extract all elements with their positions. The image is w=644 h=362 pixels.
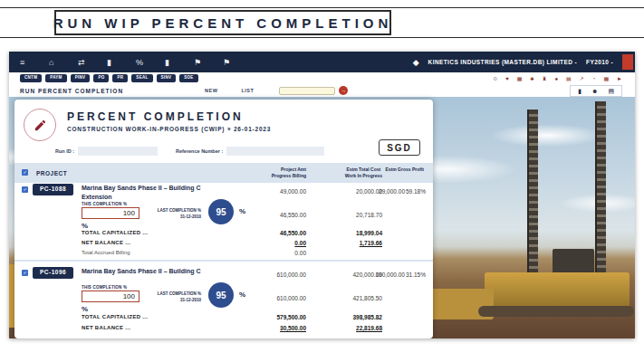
calendar-icon[interactable]: ▦ bbox=[603, 75, 609, 81]
gross-profit-amount: 190,000.00 bbox=[375, 272, 405, 278]
link-icon[interactable]: % bbox=[136, 58, 165, 67]
bookmark-icon[interactable]: ▮ bbox=[107, 58, 136, 67]
flag-icon-2[interactable]: ⚑ bbox=[223, 58, 252, 67]
shortcut-cntm[interactable]: CNTM bbox=[20, 74, 42, 82]
total-capitalized-label: TOTAL CAPITALIZED ... bbox=[82, 230, 148, 235]
net-balance-cost[interactable]: 1,719.66 bbox=[360, 240, 382, 246]
gross-profit-percent: 31.15% bbox=[406, 272, 426, 278]
row-checkbox[interactable]: ✓ bbox=[22, 270, 28, 276]
run-page-title: RUN PERCENT COMPLETION bbox=[20, 88, 123, 94]
project-name: Marina Bay Sands Phase II – Building C E… bbox=[82, 184, 225, 202]
percent-sign: % bbox=[82, 222, 88, 230]
chart-icon[interactable]: ↗ bbox=[580, 75, 584, 81]
last-completion-label: LAST COMPLETION %31-12-2010 bbox=[139, 207, 201, 220]
reference-number-field: Reference Number : bbox=[176, 147, 324, 156]
fiscal-year-selector[interactable]: FY2010 - bbox=[586, 59, 613, 65]
shortcut-po[interactable]: PO bbox=[93, 74, 109, 82]
factory-icon[interactable]: ♜ bbox=[542, 75, 546, 81]
total-capitalized-cost: 18,999.04 bbox=[356, 230, 382, 236]
column-header-gross-profit: Estm Gross Profit bbox=[385, 167, 424, 173]
this-completion-label: THIS COMPLETION % bbox=[82, 285, 127, 290]
last-completion-label: LAST COMPLETION %31-12-2010 bbox=[139, 291, 201, 303]
top-navbar: ≡ ⌂ ⇄ ▮ % ▮ ⚑ ⚑ ◆ KINETICS INDUSTRIES (M… bbox=[9, 52, 635, 72]
brand-diamond-icon: ◆ bbox=[413, 58, 419, 67]
user-icon[interactable]: ☻ bbox=[591, 88, 598, 94]
percent-completion-card: PERCENT COMPLETION CONSTRUCTION WORK-IN-… bbox=[14, 100, 433, 338]
shortcut-pinv[interactable]: PINV bbox=[71, 74, 91, 82]
new-button[interactable]: NEW bbox=[205, 88, 217, 93]
alert-badge[interactable] bbox=[622, 54, 633, 70]
photo-excavator-body bbox=[485, 272, 630, 310]
transfer-icon[interactable]: ⇄ bbox=[78, 58, 107, 67]
project-id-badge[interactable]: PC-1096 bbox=[33, 267, 73, 279]
shortcut-seal[interactable]: SEAL bbox=[131, 74, 152, 82]
mini-icon-box: ▮ ☻ ▤ bbox=[570, 85, 622, 97]
go-button[interactable]: → bbox=[339, 86, 348, 95]
run-id-label: Run ID : bbox=[55, 148, 74, 154]
project-name: Marina Bay Sands Phase II – Building C bbox=[82, 267, 225, 276]
net-balance-label: NET BALANCE ... bbox=[82, 325, 130, 330]
navbar-right: ◆ KINETICS INDUSTRIES (MASTER.DB) LIMITE… bbox=[413, 54, 635, 70]
table-header: ✓ PROJECT Project AmtProgress Billing Es… bbox=[14, 163, 433, 183]
this-completion-label: THIS COMPLETION % bbox=[82, 202, 127, 206]
company-selector[interactable]: KINETICS INDUSTRIES (MASTER.DB) LIMITED … bbox=[428, 59, 577, 65]
home-icon[interactable]: ⌂ bbox=[49, 58, 78, 67]
total-capitalized-label: TOTAL CAPITALIZED ... bbox=[82, 314, 148, 319]
column-header-progress-billing: Project AmtProgress Billing bbox=[272, 167, 306, 179]
total-capitalized-billing: 579,500.00 bbox=[276, 314, 306, 320]
progress-billing-current: 46,550.00 bbox=[280, 212, 306, 218]
total-cost-current: 421,805.50 bbox=[352, 295, 382, 301]
net-balance-cost[interactable]: 22,819.68 bbox=[356, 325, 382, 331]
reference-number-label: Reference Number : bbox=[176, 148, 223, 154]
run-id-input[interactable] bbox=[78, 147, 158, 156]
percent-sign: % bbox=[239, 291, 245, 299]
briefcase-icon[interactable]: ▦ bbox=[517, 75, 523, 81]
banner: RUN WIP PERCENT COMPLETION bbox=[54, 10, 391, 35]
run-id-field: Run ID : bbox=[55, 147, 158, 156]
menu-icon[interactable]: ≡ bbox=[20, 58, 49, 67]
banner-rule-top bbox=[0, 7, 644, 8]
quick-icon-row: ⚙ ♥ ▦ ♣ ♜ ♠ ▤ ↗ ◔ ▦ ► bbox=[493, 75, 635, 81]
shortcut-paym[interactable]: PAYM bbox=[45, 74, 66, 82]
percent-sign: % bbox=[82, 305, 88, 313]
screen: RUN WIP PERCENT COMPLETION ≡ ⌂ ⇄ ▮ % ▮ ⚑… bbox=[0, 0, 644, 362]
progress-billing-amount: 610,000.00 bbox=[276, 272, 306, 278]
tag-icon[interactable]: ▮ bbox=[165, 58, 194, 67]
row-checkbox[interactable]: ✓ bbox=[22, 186, 28, 193]
currency-button[interactable]: SGD bbox=[379, 139, 420, 156]
gear-icon[interactable]: ⚙ bbox=[493, 75, 497, 81]
users-icon[interactable]: ♣ bbox=[531, 76, 534, 81]
net-balance-billing[interactable]: 0.00 bbox=[294, 240, 306, 246]
shortcut-bar: CNTM PAYM PINV PO PR SEAL SINV SOE ⚙ ♥ ▦… bbox=[9, 72, 635, 84]
net-balance-billing[interactable]: 30,500.00 bbox=[280, 325, 306, 331]
reference-number-input[interactable] bbox=[226, 147, 324, 156]
last-completion-circle: 95 bbox=[208, 282, 234, 308]
share-icon[interactable]: ♠ bbox=[555, 76, 558, 81]
project-column-header: PROJECT bbox=[36, 170, 67, 176]
shortcut-soe[interactable]: SOE bbox=[179, 74, 197, 82]
tag-arrow-icon[interactable]: ► bbox=[617, 76, 622, 81]
shortcut-sinv[interactable]: SINV bbox=[157, 74, 177, 82]
banner-rule-bottom bbox=[0, 37, 644, 38]
flag-icon[interactable]: ⚑ bbox=[194, 58, 223, 67]
grid-icon[interactable]: ▤ bbox=[566, 75, 572, 81]
app-window: ≡ ⌂ ⇄ ▮ % ▮ ⚑ ⚑ ◆ KINETICS INDUSTRIES (M… bbox=[9, 52, 635, 338]
clock-icon[interactable]: ◔ bbox=[592, 76, 596, 81]
list-button[interactable]: LIST bbox=[241, 88, 254, 93]
search-input[interactable] bbox=[279, 87, 335, 95]
this-completion-input[interactable] bbox=[82, 207, 139, 219]
shortcut-pr[interactable]: PR bbox=[112, 74, 128, 82]
pencil-badge bbox=[24, 109, 56, 141]
project-row-pc-1096: ✓ PC-1096 Marina Bay Sands Phase II – Bu… bbox=[14, 266, 433, 338]
form-title: PERCENT COMPLETION bbox=[67, 110, 244, 123]
banner-title: RUN WIP PERCENT COMPLETION bbox=[53, 15, 393, 31]
progress-billing-current: 610,000.00 bbox=[276, 295, 306, 301]
heart-icon[interactable]: ♥ bbox=[505, 76, 509, 81]
select-all-checkbox[interactable]: ✓ bbox=[22, 169, 28, 176]
run-bar: RUN PERCENT COMPLETION NEW LIST → ▮ ☻ ▤ bbox=[9, 84, 635, 97]
total-capitalized-billing: 46,550.00 bbox=[280, 230, 306, 236]
print-icon[interactable]: ▤ bbox=[608, 88, 614, 94]
project-id-badge[interactable]: PC-1088 bbox=[33, 184, 73, 195]
bookmark-icon[interactable]: ▮ bbox=[578, 88, 582, 94]
this-completion-input[interactable] bbox=[82, 291, 139, 302]
